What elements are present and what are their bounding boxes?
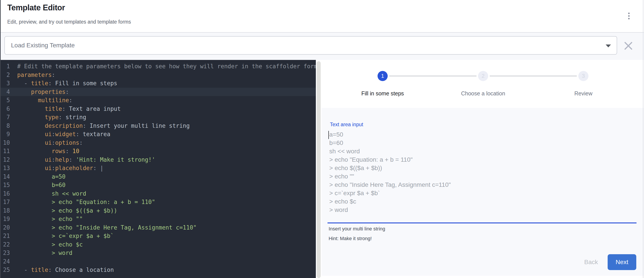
editor-line[interactable]: 3 - title: Fill in some steps <box>1 79 316 88</box>
stepper-connector <box>389 76 476 76</box>
line-number: 25 <box>1 266 10 274</box>
editor-line[interactable]: 2parameters: <box>1 71 316 79</box>
editor-line[interactable]: 15 b=60 <box>1 181 316 189</box>
line-number: 8 <box>1 122 10 130</box>
line-number: 2 <box>1 71 10 79</box>
line-number: 12 <box>1 156 10 164</box>
textarea-placeholder-text: a=50 b=60 sh << word > echo "Equation: a… <box>329 130 637 214</box>
editor-line[interactable]: 19 > echo "" <box>1 215 316 223</box>
editor-line[interactable]: 25 - title: Choose a location <box>1 266 316 274</box>
wizard-stepper: 1Fill in some steps2Choose a location3Re… <box>322 60 644 108</box>
close-icon <box>624 42 632 50</box>
line-number: 20 <box>1 223 10 232</box>
editor-line[interactable]: 12 ui:help: 'Hint: Make it strong!' <box>1 156 316 164</box>
code-text: type: string <box>10 113 86 122</box>
yaml-code-editor[interactable]: 1# Edit the template parameters below to… <box>1 60 316 278</box>
line-number: 18 <box>1 206 10 215</box>
textarea-field-label: Text area input <box>330 122 363 128</box>
editor-line[interactable]: 5 multiline: <box>1 96 316 105</box>
editor-line[interactable]: 4 properties: <box>1 88 316 96</box>
line-number: 9 <box>1 130 10 139</box>
editor-line[interactable]: 7 type: string <box>1 113 316 122</box>
code-text: a=50 <box>10 173 66 181</box>
line-number: 4 <box>1 88 10 96</box>
code-text: ui:help: 'Hint: Make it strong!' <box>10 156 155 164</box>
scrollbar-thumb[interactable] <box>317 61 321 278</box>
code-text: title: Text area input <box>10 105 121 113</box>
kebab-dot <box>628 15 630 17</box>
line-number: 22 <box>1 240 10 249</box>
wizard-buttons: Back Next <box>322 254 636 270</box>
code-text: multiline: <box>10 96 72 105</box>
line-number: 1 <box>1 62 10 71</box>
back-button: Back <box>579 259 603 266</box>
kebab-dot <box>628 12 630 14</box>
editor-line[interactable]: 20 > echo "Inside Here Tag, Assignment c… <box>1 223 316 232</box>
stepper-connector <box>490 76 577 76</box>
editor-line[interactable]: 21 > c=`expr $a + $b` <box>1 232 316 240</box>
field-description: Insert your multi line string <box>328 226 385 232</box>
editor-line[interactable]: 23 > word <box>1 249 316 257</box>
code-text: ui:placeholder: | <box>10 164 103 173</box>
code-text: parameters: <box>10 71 55 79</box>
step-1-label: Fill in some steps <box>338 90 427 97</box>
code-text: ui:options: <box>10 139 83 147</box>
more-options-button[interactable] <box>624 10 634 22</box>
step-3-label: Review <box>539 90 628 97</box>
line-number: 16 <box>1 189 10 198</box>
code-text: - title: Fill in some steps <box>10 79 117 88</box>
line-number: 17 <box>1 198 10 206</box>
line-number: 13 <box>1 164 10 173</box>
page-header: Template Editor Edit, preview, and try o… <box>1 0 644 32</box>
line-number: 11 <box>1 147 10 156</box>
text-cursor <box>328 131 329 139</box>
code-text: > c=`expr $a + $b` <box>10 232 114 240</box>
code-text: > echo "" <box>10 215 83 223</box>
code-text: b=60 <box>10 181 66 189</box>
line-number: 21 <box>1 232 10 240</box>
line-number: 7 <box>1 113 10 122</box>
page-right-border <box>643 0 643 278</box>
line-number: 3 <box>1 79 10 88</box>
field-help-text: Hint: Make it strong! <box>328 236 372 242</box>
kebab-dot <box>628 18 630 19</box>
code-text: ui:widget: textarea <box>10 130 110 139</box>
code-text: # Edit the template parameters below to … <box>10 62 316 71</box>
chevron-down-icon <box>606 44 611 47</box>
editor-line[interactable]: 24 <box>1 257 316 266</box>
select-placeholder: Load Existing Template <box>11 42 75 49</box>
editor-line[interactable]: 14 a=50 <box>1 173 316 181</box>
line-number: 19 <box>1 215 10 223</box>
load-existing-template-select[interactable]: Load Existing Template <box>4 36 617 55</box>
editor-line[interactable]: 17 > echo "Equation: a + b = 110" <box>1 198 316 206</box>
code-text: > echo "Equation: a + b = 110" <box>10 198 155 206</box>
page-subtitle: Edit, preview, and try out templates and… <box>7 19 131 25</box>
template-preview-panel: 1Fill in some steps2Choose a location3Re… <box>322 60 644 278</box>
line-number: 5 <box>1 96 10 105</box>
editor-line[interactable]: 22 > echo $c <box>1 240 316 249</box>
editor-line[interactable]: 16 sh << word <box>1 189 316 198</box>
code-text: > word <box>10 249 72 257</box>
line-number: 10 <box>1 139 10 147</box>
code-text: sh << word <box>10 189 86 198</box>
editor-line[interactable]: 6 title: Text area input <box>1 105 316 113</box>
form-card: Text area input a=50 b=60 sh << word > e… <box>322 108 644 276</box>
code-text: - title: Choose a location <box>10 266 114 274</box>
editor-line[interactable]: 9 ui:widget: textarea <box>1 130 316 139</box>
editor-line[interactable]: 8 description: Insert your multi line st… <box>1 122 316 130</box>
line-number: 23 <box>1 249 10 257</box>
editor-line[interactable]: 18 > echo $(($a + $b)) <box>1 206 316 215</box>
code-text: properties: <box>10 88 69 96</box>
clear-selection-button[interactable] <box>622 39 635 52</box>
editor-line[interactable]: 11 rows: 10 <box>1 147 316 156</box>
code-text <box>10 257 17 266</box>
code-text: > echo $(($a + $b)) <box>10 206 117 215</box>
editor-line[interactable]: 1# Edit the template parameters below to… <box>1 62 316 71</box>
step-2-label: Choose a location <box>439 90 527 97</box>
next-button[interactable]: Next <box>608 254 636 270</box>
editor-line[interactable]: 10 ui:options: <box>1 139 316 147</box>
multiline-textarea[interactable]: a=50 b=60 sh << word > echo "Equation: a… <box>329 130 637 217</box>
editor-line[interactable]: 13 ui:placeholder: | <box>1 164 316 173</box>
pane-scrollbar <box>316 60 322 278</box>
line-number: 6 <box>1 105 10 113</box>
